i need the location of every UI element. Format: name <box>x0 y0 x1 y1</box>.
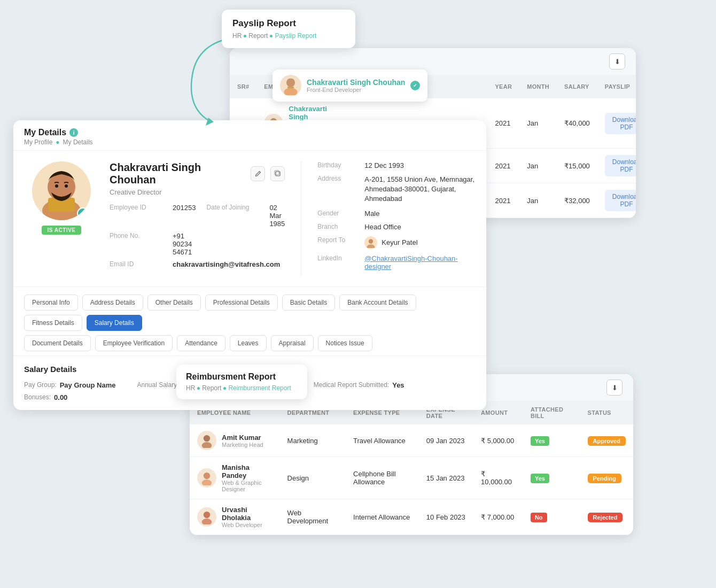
my-details-breadcrumb: My Profile ● My Details <box>24 138 476 146</box>
field-doj: Date of Joining 02 Mar 1985 <box>206 204 285 228</box>
field-address: Address A-201, 1558 Union Ave, Memnagar,… <box>317 175 476 204</box>
row-payslip: Download PDF <box>597 183 636 218</box>
tab-notices-issue[interactable]: Notices Issue <box>318 335 372 351</box>
profile-divider <box>301 161 301 276</box>
reimb-status: Rejected <box>580 499 633 535</box>
my-details-title: My Details i <box>24 128 476 137</box>
tooltip-name: Chakravarti Singh Chouhan <box>307 78 405 87</box>
reimb-expense-date: 10 Feb 2023 <box>419 499 473 535</box>
tooltip-role: Front-End Developer <box>307 87 405 93</box>
tab-other-details[interactable]: Other Details <box>147 295 201 311</box>
profile-section: ✓ IS ACTIVE Chakravarti Singh Chouhan Cr… <box>13 151 486 287</box>
tab-leaves[interactable]: Leaves <box>230 335 267 351</box>
row-month: Jan <box>519 183 557 218</box>
reimb-emp-name: Urvashi Dholakia Web Developer <box>190 499 280 535</box>
tabs-row-2: Document Details Employee Verification A… <box>24 335 476 351</box>
reimb-department: Web Development <box>280 499 346 535</box>
row-year: 2021 <box>487 183 519 218</box>
field-branch: Branch Head Office <box>317 223 476 231</box>
employee-avatar <box>197 468 216 488</box>
reimbursement-table: EMPLOYEE NAME DEPARTMENT EXPENSE TYPE EX… <box>190 401 633 535</box>
download-pdf-button[interactable]: Download PDF <box>605 190 636 211</box>
tab-employee-verification[interactable]: Employee Verification <box>95 335 173 351</box>
payslip-download-button[interactable]: ⬇ <box>609 53 625 69</box>
is-active-badge: IS ACTIVE <box>42 226 81 235</box>
reimb-expense-date: 15 Jan 2023 <box>419 457 473 499</box>
reimb-download-button[interactable]: ⬇ <box>606 380 622 396</box>
avatar-verified-badge: ✓ <box>77 207 89 219</box>
row-payslip: Download PDF <box>597 98 636 149</box>
tab-address-details[interactable]: Address Details <box>82 295 143 311</box>
reimb-emp-name: Manisha Pandey Web & Graphic Designer <box>190 457 280 499</box>
svg-point-2 <box>284 88 297 96</box>
field-birthday: Birthday 12 Dec 1993 <box>317 161 476 169</box>
profile-avatar: ✓ <box>32 161 91 220</box>
payslip-breadcrumb: HR Report Payslip Report <box>232 32 345 40</box>
bonuses-field: Bonuses: 0.00 <box>24 393 67 401</box>
row-year: 2021 <box>487 98 519 149</box>
payslip-card-title: Payslip Report <box>232 18 345 29</box>
tab-personal-info[interactable]: Personal Info <box>24 295 78 311</box>
download-pdf-button[interactable]: Download PDF <box>605 155 636 176</box>
field-linkedin: LinkedIn @ChakravartiSingh-Chouhan-desig… <box>317 254 476 270</box>
svg-point-17 <box>369 239 373 243</box>
reimb-status: Approved <box>580 424 633 457</box>
reimbursement-card: Reimbursment Report HR Report Reimbursme… <box>176 365 307 399</box>
report-to-row: Keyur Patel <box>364 236 417 249</box>
tooltip-info: Chakravarti Singh Chouhan Front-End Deve… <box>307 78 405 93</box>
field-gender: Gender Male <box>317 210 476 218</box>
tab-professional-details[interactable]: Professional Details <box>205 295 278 311</box>
col-month: MONTH <box>519 75 557 98</box>
row-payslip: Download PDF <box>597 149 636 183</box>
info-icon: i <box>69 128 78 137</box>
tab-basic-details[interactable]: Basic Details <box>282 295 335 311</box>
row-year: 2021 <box>487 149 519 183</box>
edit-profile-button[interactable] <box>251 166 265 181</box>
svg-point-14 <box>65 184 68 188</box>
svg-point-24 <box>202 519 212 524</box>
row-month: Jan <box>519 98 557 149</box>
tabs-section: Personal Info Address Details Other Deta… <box>13 287 486 351</box>
reimb-status: Pending <box>580 457 633 499</box>
tabs-row-1: Personal Info Address Details Other Deta… <box>24 295 476 331</box>
col-year: YEAR <box>487 75 519 98</box>
profile-name: Chakravarti Singh Chouhan <box>110 161 245 186</box>
copy-button[interactable] <box>270 166 285 181</box>
svg-point-1 <box>286 79 295 87</box>
profile-info-right: Birthday 12 Dec 1993 Address A-201, 1558… <box>317 161 476 276</box>
reimb-department: Design <box>280 457 346 499</box>
svg-point-21 <box>204 473 210 479</box>
tab-appraisal[interactable]: Appraisal <box>271 335 314 351</box>
tab-fitness-details[interactable]: Fitness Details <box>24 315 82 331</box>
tab-salary-details[interactable]: Salary Details <box>87 315 142 331</box>
linkedin-link[interactable]: @ChakravartiSingh-Chouhan-designer <box>364 254 476 270</box>
col-payslip: PAYSLIP <box>597 75 636 98</box>
reimb-amount: ₹ 10,000.00 <box>473 457 523 499</box>
tab-bank-account[interactable]: Bank Account Details <box>339 295 416 311</box>
download-pdf-button[interactable]: Download PDF <box>605 113 636 134</box>
tab-document-details[interactable]: Document Details <box>24 335 91 351</box>
reimb-amount: ₹ 7,000.00 <box>473 499 523 535</box>
report-to-avatar <box>364 236 377 249</box>
field-email: Email ID chakravartisingh@vitafresh.com <box>110 260 285 268</box>
reimb-breadcrumb: HR Report Reimbursment Report <box>186 384 298 392</box>
my-details-header: My Details i My Profile ● My Details <box>13 120 486 151</box>
row-salary: ₹40,000 <box>557 98 597 149</box>
reimb-amount: ₹ 5,000.00 <box>473 424 523 457</box>
svg-point-20 <box>202 442 212 448</box>
medical-field: Medical Report Submitted: Yes <box>314 381 404 389</box>
reimb-department: Marketing <box>280 424 346 457</box>
reimb-expense-type: Internet Allowance <box>346 499 419 535</box>
field-phone: Phone No. +91 90234 54671 <box>110 232 196 256</box>
svg-point-19 <box>204 435 210 442</box>
col-salary: SALARY <box>557 75 597 98</box>
svg-point-23 <box>204 512 210 518</box>
tab-attendance[interactable]: Attendance <box>177 335 225 351</box>
svg-point-22 <box>202 479 212 485</box>
col-status: STATUS <box>580 401 633 424</box>
profile-avatar-area: ✓ IS ACTIVE <box>24 161 99 276</box>
breadcrumb-dot <box>244 35 246 37</box>
reimb-expense-type: Cellphone Bill Allowance <box>346 457 419 499</box>
field-report-to: Report To Keyur Patel <box>317 236 476 249</box>
reimb-attached-bill: Yes <box>523 457 580 499</box>
